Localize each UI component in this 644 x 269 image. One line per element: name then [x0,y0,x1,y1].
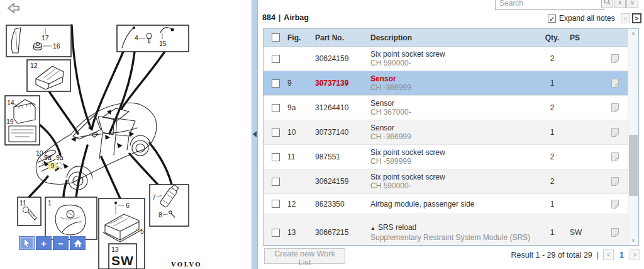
expand-notes-group: ✓ Expand all notes < > [548,13,641,23]
zoom-out-button[interactable]: − [53,236,69,250]
row-checkbox[interactable] [272,129,280,137]
col-fig[interactable]: Fig. [287,33,315,42]
title-separator: | [279,13,281,22]
row-checkbox[interactable] [272,178,280,186]
prev-page-button[interactable]: < [621,13,630,23]
part-number-cell[interactable]: 987551 [315,152,370,161]
fig-label-6[interactable]: 6 [126,202,130,209]
note-icon[interactable] [610,199,620,209]
minus-icon: − [58,238,64,249]
fig-label-1[interactable]: 1 [48,199,52,207]
hotspot-10[interactable]: 10 [36,149,43,157]
search-button[interactable] [601,0,613,8]
fig-label-12[interactable]: 12 [30,62,38,69]
expand-all-notes-checkbox[interactable]: ✓ [548,14,556,23]
quantity-cell: 1 [535,200,570,209]
part-number-cell[interactable]: 30624159 [315,177,370,186]
note-icon[interactable] [610,227,620,238]
fig-label-7[interactable]: 7 [152,193,156,201]
hotspot-9-selected[interactable]: 9 [48,162,62,169]
scrollbar-thumb[interactable] [629,135,638,196]
note-icon[interactable] [610,54,620,64]
fig-label-14[interactable]: 14 [7,99,14,106]
table-row[interactable]: 10 30737140 Sensor CH -366999 1 [264,120,628,145]
section-name: Airbag [284,13,309,22]
row-checkbox[interactable] [272,200,280,208]
row-checkbox[interactable] [272,153,280,161]
table-scrollbar[interactable]: ∧ ∨ [628,29,638,245]
page-title: 884|Airbag [262,13,309,22]
scrollbar-up-icon[interactable]: ∧ [628,29,638,38]
note-icon[interactable] [610,152,620,162]
part-number-cell[interactable]: 30667215 [315,228,370,237]
panel-divider[interactable] [252,0,258,269]
quantity-cell: 2 [535,177,570,186]
next-page-button[interactable]: > [632,13,641,23]
fig-label-19[interactable]: 19 [6,118,14,125]
part-number-cell[interactable]: 30737140 [315,128,370,137]
note-icon[interactable] [610,103,620,113]
col-qty[interactable]: Qty. [535,33,570,42]
fig-label-8[interactable]: 8 [158,211,162,219]
table-row[interactable]: 9a 31264410 Sensor CH 367000- 2 [264,96,628,120]
pagination-prev-button[interactable]: < [603,249,614,260]
fig-label-16[interactable]: 16 [53,42,60,50]
table-row[interactable]: 30624159 Six point socket screw CH 59000… [264,169,628,194]
pagination-next-button[interactable]: > [630,249,640,260]
description-text: SRS reload [378,223,416,232]
table-row[interactable]: 30624159 Six point socket screw CH 59000… [264,47,628,71]
expand-triangle-icon[interactable]: ▲ [370,226,375,231]
fig-label-4[interactable]: 4 [135,34,138,42]
hotspot-9a-right[interactable]: 9a [56,154,64,161]
fig-label-5[interactable]: 5 [140,227,144,235]
table-row[interactable]: 13 30667215 ▲SRS reload Supplementary Re… [264,214,628,246]
note-icon[interactable] [610,176,620,186]
search-prev-button[interactable]: ∧ [614,0,626,8]
part-number-cell[interactable]: 8623350 [315,200,370,209]
table-row[interactable]: 12 8623350 Airbag module, passenger side… [264,194,628,214]
description-text: Six point socket screw [370,148,445,157]
row-checkbox[interactable] [272,229,280,237]
home-view-button[interactable] [70,236,86,250]
fig-cell: 10 [287,128,315,137]
description-text: Sensor [370,74,396,83]
hotspot-9[interactable]: 9 [51,162,55,169]
quantity-cell: 1 [535,128,570,137]
fig-label-15[interactable]: 15 [159,40,167,47]
description-subtext: CH 367000- [370,108,535,117]
col-ps[interactable]: PS [570,33,602,42]
fig-label-17[interactable]: 17 [42,34,49,42]
table-row[interactable]: 11 987551 Six point socket screw CH -589… [264,145,628,169]
note-icon[interactable] [610,78,620,88]
fig-label-11[interactable]: 11 [19,199,26,207]
description-cell: Six point socket screw CH 590000- [370,50,535,67]
row-checkbox[interactable] [272,104,280,112]
description-cell: Sensor CH -366999 [370,74,535,92]
col-part[interactable]: Part No. [315,33,370,42]
note-icon[interactable] [610,127,620,137]
col-desc[interactable]: Description [370,33,535,42]
description-text: Airbag module, passenger side [370,200,474,209]
row-checkbox[interactable] [272,79,280,88]
current-page-number[interactable]: 1 [619,251,624,260]
collapse-divider-icon[interactable] [253,131,257,137]
pointer-tool-button[interactable] [19,236,35,250]
chevron-left-icon: < [623,15,627,22]
create-worklist-button[interactable]: Create new Work List [264,248,345,264]
scrollbar-down-icon[interactable]: ∨ [628,236,638,245]
row-checkbox[interactable] [272,55,280,63]
select-all-checkbox[interactable] [272,33,280,42]
table-body: Fig. Part No. Description Qty. PS 306241… [264,29,628,245]
back-button[interactable] [8,4,19,13]
fig-label-13[interactable]: 13 [111,246,119,253]
search-next-button[interactable]: ∨ [626,0,638,8]
part-number-cell[interactable]: 30737139 [315,79,370,88]
parts-diagram: 10 9a 9a 9 17 [0,0,252,269]
part-number-cell[interactable]: 31264410 [315,103,370,112]
hotspot-9a-left[interactable]: 9a [44,154,52,161]
part-number-cell[interactable]: 30624159 [315,54,370,63]
zoom-in-button[interactable]: + [36,236,52,250]
search-input[interactable] [495,0,604,10]
table-row[interactable]: 9 30737139 Sensor CH -366999 1 [264,71,628,96]
fig-cell: 13 [287,228,315,237]
